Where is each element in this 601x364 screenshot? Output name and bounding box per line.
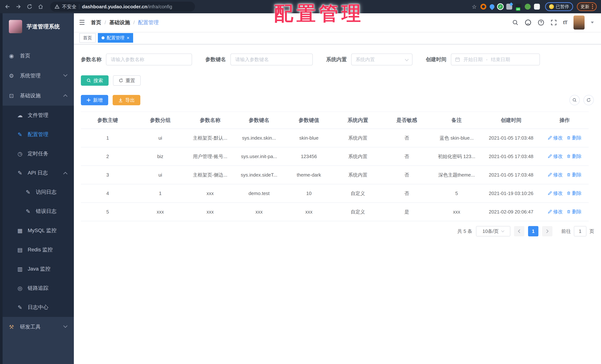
end-date-placeholder[interactable]: 结束日期 bbox=[491, 56, 510, 63]
user-avatar[interactable] bbox=[573, 16, 585, 30]
breadcrumb-separator: / bbox=[104, 20, 106, 25]
sidebar-item-mysql[interactable]: ▦ MySQL 监控 bbox=[0, 221, 74, 240]
cell: 5 bbox=[432, 184, 481, 202]
sidebar-item-job[interactable]: ◷ 定时任务 bbox=[0, 144, 74, 163]
prev-page-button[interactable] bbox=[514, 226, 524, 236]
close-icon[interactable] bbox=[127, 35, 130, 40]
address-divider bbox=[79, 4, 80, 9]
sidebar-item-java[interactable]: ▥ Java 监控 bbox=[0, 259, 74, 279]
date-range-picker[interactable]: 开始日期 - 结束日期 bbox=[451, 54, 540, 65]
chevron-down-icon bbox=[501, 229, 504, 232]
edit-link[interactable]: 修改 bbox=[548, 190, 563, 196]
not-secure-warning-icon bbox=[55, 4, 60, 9]
reload-icon[interactable] bbox=[26, 3, 33, 10]
cell: sys.index.sideT... bbox=[234, 166, 284, 184]
screen: 不安全 dashboard.yudao.iocoder.cn/infra/con… bbox=[0, 0, 601, 364]
delete-link[interactable]: 删除 bbox=[566, 153, 582, 160]
browser-update-button[interactable]: 更新 bbox=[577, 2, 597, 11]
row-actions: 修改删除 bbox=[541, 129, 589, 147]
sidebar-item-trace[interactable]: ◎ 链路追踪 bbox=[0, 279, 74, 298]
sidebar-item-file[interactable]: ☁ 文件管理 bbox=[0, 106, 74, 125]
cell: theme-dark bbox=[284, 166, 334, 184]
pencil-icon bbox=[548, 209, 552, 214]
param-key-input[interactable] bbox=[230, 54, 313, 65]
chevron-down-icon bbox=[63, 324, 68, 328]
collapse-menu-icon[interactable]: ☰ bbox=[79, 19, 85, 26]
delete-link[interactable]: 删除 bbox=[566, 172, 582, 178]
cell: 系统内置 bbox=[334, 129, 382, 147]
param-name-input[interactable] bbox=[106, 54, 192, 65]
refresh-table-button[interactable] bbox=[583, 95, 594, 105]
sidebar-item-home[interactable]: ◉ 首页 bbox=[0, 46, 74, 66]
extension-grid-icon[interactable] bbox=[506, 4, 512, 10]
builtin-select[interactable]: 系统内置 bbox=[351, 54, 412, 65]
font-size-icon[interactable] bbox=[563, 20, 567, 25]
sidebar-item-api-log[interactable]: ✎ API 日志 bbox=[0, 163, 74, 182]
extensions-puzzle-icon[interactable] bbox=[534, 4, 540, 10]
delete-link[interactable]: 删除 bbox=[566, 190, 582, 196]
page-size-select[interactable]: 10条/页 bbox=[476, 226, 510, 236]
forward-icon[interactable] bbox=[15, 3, 22, 10]
column-header-7: 备注 bbox=[432, 112, 481, 129]
breadcrumb-item-0[interactable]: 首页 bbox=[91, 19, 101, 26]
cell: biz bbox=[134, 147, 186, 166]
address-bar[interactable]: 不安全 dashboard.yudao.iocoder.cn/infra/con… bbox=[50, 2, 195, 12]
create-time-label: 创建时间 bbox=[426, 56, 446, 63]
paused-badge[interactable]: 已暂停 bbox=[545, 2, 573, 11]
column-header-0: 参数主键 bbox=[81, 112, 134, 129]
sidebar-item-log-center[interactable]: ✎ 日志中心 bbox=[0, 298, 74, 317]
search-button[interactable]: 搜索 bbox=[81, 75, 109, 86]
delete-link[interactable]: 删除 bbox=[566, 135, 582, 141]
sidebar-item-redis[interactable]: ▤ Redis 监控 bbox=[0, 240, 74, 259]
export-button[interactable]: 导出 bbox=[113, 95, 140, 105]
pencil-icon bbox=[548, 136, 552, 140]
start-date-placeholder[interactable]: 开始日期 bbox=[463, 56, 483, 63]
java-monitor-icon: ▥ bbox=[16, 266, 24, 272]
edit-link[interactable]: 修改 bbox=[548, 172, 563, 178]
github-icon[interactable] bbox=[525, 19, 531, 26]
chevron-down-icon bbox=[405, 57, 409, 61]
sidebar-item-config[interactable]: ✎ 配置管理 bbox=[0, 125, 74, 144]
browser-menu-icon[interactable] bbox=[592, 4, 593, 9]
home-icon[interactable] bbox=[37, 3, 44, 10]
tab-0[interactable]: 首页 bbox=[80, 33, 96, 43]
help-icon[interactable] bbox=[538, 19, 544, 26]
goto-page-input[interactable] bbox=[574, 226, 586, 236]
delete-link[interactable]: 删除 bbox=[566, 209, 582, 215]
tab-1[interactable]: 配置管理 bbox=[98, 33, 133, 43]
breadcrumb-item-2: 配置管理 bbox=[138, 19, 159, 26]
breadcrumb-item-1[interactable]: 基础设施 bbox=[109, 19, 130, 26]
goto-label: 前往 bbox=[561, 228, 571, 234]
sidebar-item-infra[interactable]: ⊡ 基础设施 bbox=[0, 86, 74, 106]
extension-check-icon[interactable]: ✓ bbox=[498, 4, 503, 9]
cell: xxx bbox=[134, 202, 186, 221]
sidebar-item-access-log[interactable]: ✎ 访问日志 bbox=[0, 182, 74, 202]
bookmark-star-icon[interactable]: ☆ bbox=[472, 3, 477, 10]
extension-donut-icon[interactable] bbox=[481, 4, 486, 10]
edit-link[interactable]: 修改 bbox=[548, 153, 563, 160]
edit-link[interactable]: 修改 bbox=[548, 135, 563, 141]
current-page-button[interactable]: 1 bbox=[528, 226, 538, 236]
user-menu-caret-icon[interactable] bbox=[591, 22, 594, 23]
trash-icon bbox=[566, 154, 571, 158]
sidebar-item-devtools[interactable]: ⚒ 研发工具 bbox=[0, 317, 74, 337]
reset-button[interactable]: 重置 bbox=[113, 75, 141, 86]
add-button[interactable]: 新增 bbox=[81, 95, 108, 105]
next-page-button[interactable] bbox=[542, 226, 552, 236]
edit-link[interactable]: 修改 bbox=[548, 209, 563, 215]
breadcrumb: 首页/基础设施/配置管理 bbox=[91, 19, 159, 26]
sidebar-item-system[interactable]: ⚙ 系统管理 bbox=[0, 66, 74, 86]
fullscreen-icon[interactable] bbox=[551, 19, 557, 26]
toggle-search-button[interactable] bbox=[570, 95, 580, 105]
timer-icon: ◷ bbox=[16, 151, 24, 157]
extension-cn-icon[interactable]: cn bbox=[516, 4, 521, 10]
search-icon[interactable] bbox=[512, 19, 519, 26]
dashboard-icon: ◉ bbox=[8, 53, 15, 59]
app-logo[interactable]: 芋道管理系统 bbox=[0, 13, 74, 40]
cell: 2021-01-19 03:10:26 bbox=[481, 184, 541, 202]
back-icon[interactable] bbox=[4, 3, 11, 10]
extension-leaf-icon[interactable] bbox=[525, 4, 531, 10]
cell: 1 bbox=[81, 129, 134, 147]
sidebar-item-error-log[interactable]: ✎ 错误日志 bbox=[0, 202, 74, 221]
extension-pin-icon[interactable] bbox=[489, 3, 496, 10]
